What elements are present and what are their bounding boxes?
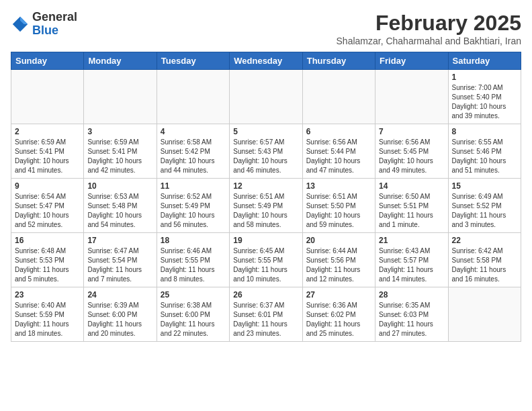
- day-info: Sunrise: 6:53 AM Sunset: 5:48 PM Dayligh…: [87, 192, 152, 230]
- day-number: 9: [15, 181, 80, 191]
- day-info: Sunrise: 6:36 AM Sunset: 6:02 PM Dayligh…: [306, 301, 371, 338]
- day-info: Sunrise: 6:47 AM Sunset: 5:54 PM Dayligh…: [87, 246, 152, 284]
- calendar-cell: 28Sunrise: 6:35 AM Sunset: 6:03 PM Dayli…: [375, 287, 448, 342]
- day-number: 27: [306, 290, 371, 300]
- page-header: General Blue February 2025 Shalamzar, Ch…: [11, 11, 521, 46]
- calendar-cell: 22Sunrise: 6:42 AM Sunset: 5:58 PM Dayli…: [448, 233, 521, 287]
- day-info: Sunrise: 6:46 AM Sunset: 5:55 PM Dayligh…: [161, 246, 226, 284]
- weekday-header-monday: Monday: [84, 52, 157, 70]
- calendar-cell: 24Sunrise: 6:39 AM Sunset: 6:00 PM Dayli…: [84, 287, 157, 342]
- page-subtitle: Shalamzar, Chaharmahal and Bakhtiari, Ir…: [337, 36, 521, 46]
- calendar-cell: 5Sunrise: 6:57 AM Sunset: 5:43 PM Daylig…: [230, 124, 302, 179]
- logo: General Blue: [11, 11, 77, 38]
- day-info: Sunrise: 6:48 AM Sunset: 5:53 PM Dayligh…: [15, 246, 80, 284]
- day-number: 17: [87, 236, 152, 245]
- day-info: Sunrise: 6:44 AM Sunset: 5:56 PM Dayligh…: [306, 246, 371, 284]
- day-number: 14: [379, 181, 444, 191]
- day-number: 6: [306, 127, 371, 136]
- day-info: Sunrise: 6:56 AM Sunset: 5:44 PM Dayligh…: [306, 138, 371, 175]
- day-number: 10: [87, 181, 152, 191]
- calendar-cell: 20Sunrise: 6:44 AM Sunset: 5:56 PM Dayli…: [302, 233, 375, 287]
- day-info: Sunrise: 6:56 AM Sunset: 5:45 PM Dayligh…: [379, 138, 444, 175]
- calendar-cell: 9Sunrise: 6:54 AM Sunset: 5:47 PM Daylig…: [11, 179, 84, 233]
- calendar-cell: [230, 70, 302, 124]
- calendar-cell: [84, 70, 157, 124]
- logo-text: General Blue: [32, 11, 77, 38]
- day-number: 16: [15, 236, 80, 245]
- day-info: Sunrise: 6:59 AM Sunset: 5:41 PM Dayligh…: [87, 138, 152, 175]
- calendar-cell: [11, 70, 84, 124]
- day-number: 11: [161, 181, 226, 191]
- day-info: Sunrise: 6:37 AM Sunset: 6:01 PM Dayligh…: [233, 301, 298, 338]
- calendar-cell: 16Sunrise: 6:48 AM Sunset: 5:53 PM Dayli…: [11, 233, 84, 287]
- day-number: 7: [379, 127, 444, 136]
- day-number: 19: [233, 236, 298, 245]
- day-info: Sunrise: 6:52 AM Sunset: 5:49 PM Dayligh…: [161, 192, 226, 230]
- day-info: Sunrise: 6:35 AM Sunset: 6:03 PM Dayligh…: [379, 301, 444, 338]
- weekday-header-friday: Friday: [375, 52, 448, 70]
- calendar-cell: 19Sunrise: 6:45 AM Sunset: 5:55 PM Dayli…: [230, 233, 302, 287]
- calendar-cell: 15Sunrise: 6:49 AM Sunset: 5:52 PM Dayli…: [448, 179, 521, 233]
- day-info: Sunrise: 7:00 AM Sunset: 5:40 PM Dayligh…: [452, 83, 517, 121]
- title-block: February 2025 Shalamzar, Chaharmahal and…: [337, 11, 521, 46]
- weekday-header-thursday: Thursday: [302, 52, 375, 70]
- day-number: 25: [161, 290, 226, 300]
- calendar-cell: [375, 70, 448, 124]
- day-info: Sunrise: 6:51 AM Sunset: 5:49 PM Dayligh…: [233, 192, 298, 230]
- day-info: Sunrise: 6:38 AM Sunset: 6:00 PM Dayligh…: [161, 301, 226, 338]
- day-info: Sunrise: 6:58 AM Sunset: 5:42 PM Dayligh…: [161, 138, 226, 175]
- weekday-header-tuesday: Tuesday: [157, 52, 229, 70]
- calendar-cell: 10Sunrise: 6:53 AM Sunset: 5:48 PM Dayli…: [84, 179, 157, 233]
- day-number: 28: [379, 290, 444, 300]
- day-number: 15: [452, 181, 517, 191]
- calendar-cell: 18Sunrise: 6:46 AM Sunset: 5:55 PM Dayli…: [157, 233, 229, 287]
- calendar-cell: 2Sunrise: 6:59 AM Sunset: 5:41 PM Daylig…: [11, 124, 84, 179]
- calendar-cell: 26Sunrise: 6:37 AM Sunset: 6:01 PM Dayli…: [230, 287, 302, 342]
- day-info: Sunrise: 6:49 AM Sunset: 5:52 PM Dayligh…: [452, 192, 517, 230]
- calendar-cell: 11Sunrise: 6:52 AM Sunset: 5:49 PM Dayli…: [157, 179, 229, 233]
- day-info: Sunrise: 6:40 AM Sunset: 5:59 PM Dayligh…: [15, 301, 80, 338]
- calendar-cell: 25Sunrise: 6:38 AM Sunset: 6:00 PM Dayli…: [157, 287, 229, 342]
- day-info: Sunrise: 6:39 AM Sunset: 6:00 PM Dayligh…: [87, 301, 152, 338]
- day-number: 24: [87, 290, 152, 300]
- day-number: 21: [379, 236, 444, 245]
- calendar-cell: [302, 70, 375, 124]
- day-number: 26: [233, 290, 298, 300]
- calendar-cell: 6Sunrise: 6:56 AM Sunset: 5:44 PM Daylig…: [302, 124, 375, 179]
- day-info: Sunrise: 6:45 AM Sunset: 5:55 PM Dayligh…: [233, 246, 298, 284]
- calendar-week-row: 23Sunrise: 6:40 AM Sunset: 5:59 PM Dayli…: [11, 287, 521, 342]
- day-info: Sunrise: 6:55 AM Sunset: 5:46 PM Dayligh…: [452, 138, 517, 175]
- calendar-cell: 23Sunrise: 6:40 AM Sunset: 5:59 PM Dayli…: [11, 287, 84, 342]
- day-info: Sunrise: 6:51 AM Sunset: 5:50 PM Dayligh…: [306, 192, 371, 230]
- calendar-cell: 8Sunrise: 6:55 AM Sunset: 5:46 PM Daylig…: [448, 124, 521, 179]
- day-info: Sunrise: 6:57 AM Sunset: 5:43 PM Dayligh…: [233, 138, 298, 175]
- calendar-cell: 14Sunrise: 6:50 AM Sunset: 5:51 PM Dayli…: [375, 179, 448, 233]
- weekday-header-row: SundayMondayTuesdayWednesdayThursdayFrid…: [11, 52, 521, 70]
- calendar-week-row: 2Sunrise: 6:59 AM Sunset: 5:41 PM Daylig…: [11, 124, 521, 179]
- day-info: Sunrise: 6:43 AM Sunset: 5:57 PM Dayligh…: [379, 246, 444, 284]
- weekday-header-sunday: Sunday: [11, 52, 84, 70]
- calendar-cell: 21Sunrise: 6:43 AM Sunset: 5:57 PM Dayli…: [375, 233, 448, 287]
- day-number: 13: [306, 181, 371, 191]
- day-info: Sunrise: 6:50 AM Sunset: 5:51 PM Dayligh…: [379, 192, 444, 230]
- day-number: 23: [15, 290, 80, 300]
- day-number: 8: [452, 127, 517, 136]
- page-title: February 2025: [337, 11, 521, 36]
- day-info: Sunrise: 6:54 AM Sunset: 5:47 PM Dayligh…: [15, 192, 80, 230]
- day-number: 20: [306, 236, 371, 245]
- calendar-week-row: 9Sunrise: 6:54 AM Sunset: 5:47 PM Daylig…: [11, 179, 521, 233]
- calendar-week-row: 1Sunrise: 7:00 AM Sunset: 5:40 PM Daylig…: [11, 70, 521, 124]
- day-number: 2: [15, 127, 80, 136]
- logo-icon: [11, 15, 30, 34]
- day-number: 18: [161, 236, 226, 245]
- calendar-cell: 13Sunrise: 6:51 AM Sunset: 5:50 PM Dayli…: [302, 179, 375, 233]
- day-number: 5: [233, 127, 298, 136]
- day-number: 4: [161, 127, 226, 136]
- calendar-cell: 4Sunrise: 6:58 AM Sunset: 5:42 PM Daylig…: [157, 124, 229, 179]
- calendar-cell: 17Sunrise: 6:47 AM Sunset: 5:54 PM Dayli…: [84, 233, 157, 287]
- calendar-cell: 27Sunrise: 6:36 AM Sunset: 6:02 PM Dayli…: [302, 287, 375, 342]
- day-info: Sunrise: 6:59 AM Sunset: 5:41 PM Dayligh…: [15, 138, 80, 175]
- day-number: 12: [233, 181, 298, 191]
- calendar-week-row: 16Sunrise: 6:48 AM Sunset: 5:53 PM Dayli…: [11, 233, 521, 287]
- calendar-table: SundayMondayTuesdayWednesdayThursdayFrid…: [11, 52, 521, 342]
